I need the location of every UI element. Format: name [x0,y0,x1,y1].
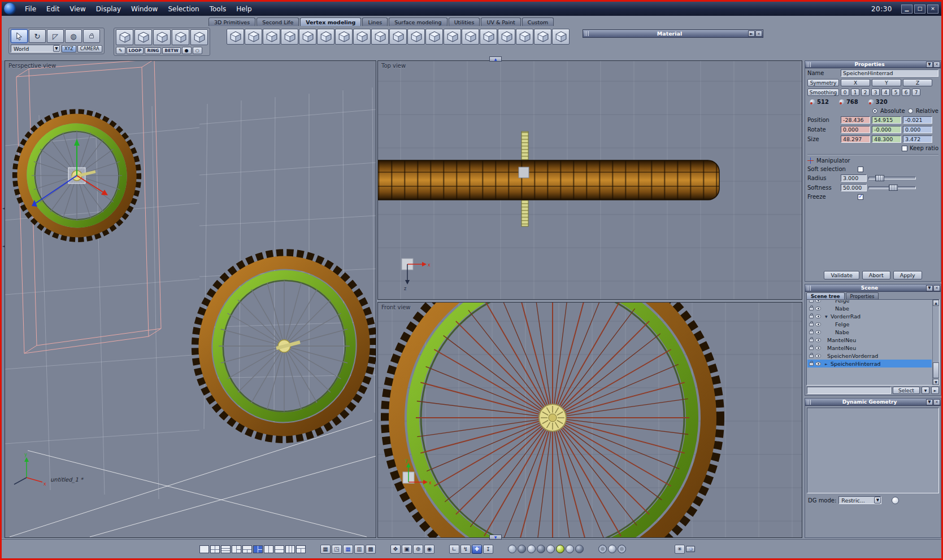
shading-ghost-icon[interactable] [566,545,574,553]
face-tool-icon[interactable] [153,29,171,45]
zoom-icon[interactable]: ⊕ [413,545,423,554]
element-tool-icon[interactable] [190,29,208,45]
layout-cols-icon[interactable] [285,545,295,553]
modeling-tool-icon[interactable] [498,29,515,45]
tab-vertex-modeling[interactable]: Vertex modeling [300,18,361,26]
keep-ratio-checkbox[interactable] [902,146,907,151]
layout-single-icon[interactable] [199,545,209,553]
eye-icon[interactable] [815,322,821,326]
tab-uv-paint[interactable]: UV & Paint [481,18,520,26]
tab-3d-primitives[interactable]: 3D Primitives [208,18,255,26]
modeling-tool-icon[interactable] [480,29,497,45]
eye-icon[interactable] [815,300,821,303]
select-button[interactable]: Select [893,387,920,394]
expand-arrow-icon[interactable]: ► [748,30,755,37]
scene-tree-item[interactable]: Nabe [807,328,932,336]
close-button[interactable]: × [927,5,938,14]
dense-grid-icon[interactable]: ▩ [366,545,376,554]
face-select-tool-button[interactable]: ◸ [47,29,64,43]
modeling-tool-icon[interactable] [281,29,298,45]
wheel-top-model[interactable] [378,132,719,226]
validate-button[interactable]: Validate [824,271,859,279]
drop-tool-icon[interactable]: ↧ [483,545,493,554]
modeling-tool-icon[interactable] [389,29,407,45]
modeling-tool-icon[interactable] [317,29,334,45]
drag-grip-icon[interactable] [807,400,811,405]
smoothing-level-button[interactable]: 4 [881,89,890,96]
dg-indicator-button[interactable] [892,497,899,504]
chevron-down-icon[interactable]: ▼ [53,45,60,52]
modeling-tool-icon[interactable] [534,29,551,45]
xyz-toggle-button[interactable]: XYZ [62,45,76,53]
wheel-front-model[interactable] [385,303,720,537]
scroll-down-icon[interactable]: ▼ [933,379,939,385]
rotate-z-input[interactable] [903,126,932,133]
frame-icon[interactable]: ▣ [402,545,412,554]
front-viewport[interactable]: Front view [377,302,802,538]
smoothing-level-button[interactable]: 0 [841,89,849,96]
menu-selection[interactable]: Selection [163,5,204,13]
absolute-radio[interactable] [872,108,877,113]
rotate-y-input[interactable] [872,126,901,133]
lock-icon[interactable] [809,339,814,342]
position-x-input[interactable] [841,116,870,124]
close-icon[interactable]: × [933,399,940,405]
tab-surface-modeling[interactable]: Surface modeling [389,18,447,26]
scene-tree-item-selected[interactable]: ►SpeichenHinterrad [807,360,932,368]
viewport-collapse-arrow-bottom[interactable]: ▼ [489,535,502,540]
rotate-view-tool-button[interactable]: ↻ [29,29,46,43]
close-icon[interactable]: × [933,62,940,68]
axis-z-button[interactable]: Z [903,79,932,86]
top-viewport[interactable]: Top view x z [377,60,802,300]
modeling-tool-icon[interactable] [245,29,262,45]
close-icon[interactable]: × [755,30,762,37]
abort-button[interactable]: Abort [862,271,890,279]
move-tool-icon[interactable]: ✚ [472,545,482,554]
lock-icon[interactable] [809,347,814,350]
radius-input[interactable] [841,174,867,182]
world-space-dropdown[interactable]: World ▼ [11,45,60,53]
tab-scene-tree[interactable]: Scene tree [806,292,845,299]
expander-icon[interactable]: ▼ [825,314,829,318]
expander-icon[interactable]: ► [825,362,829,366]
modeling-tool-icon[interactable] [227,29,244,45]
position-z-input[interactable] [903,116,932,124]
smoothing-level-button[interactable]: 7 [912,89,920,96]
chevron-down-icon[interactable]: ▼ [874,497,881,504]
minimize-button[interactable]: ▁ [901,5,912,14]
tab-utilities[interactable]: Utilities [449,18,480,26]
camera-toggle-button[interactable]: CAMERA [77,45,102,53]
drag-grip-icon[interactable] [807,62,811,67]
relative-radio[interactable] [908,108,913,113]
menu-view[interactable]: View [64,5,90,13]
axis-widget-icon[interactable]: ∟ [449,545,459,554]
scrollbar-thumb[interactable] [933,362,939,378]
softness-input[interactable] [841,184,867,191]
layout-mixed-icon[interactable] [296,545,306,553]
material-panel-titlebar[interactable]: Material ► × [583,29,763,38]
smoothing-level-button[interactable]: 2 [861,89,870,96]
symmetry-button[interactable]: Symmetry [807,79,839,86]
modeling-tool-icon[interactable] [407,29,425,45]
modeling-tool-icon[interactable] [371,29,389,45]
scene-tree-item[interactable]: SpeichenVorderrad [807,352,932,360]
layout-vsplit-icon[interactable] [264,545,273,553]
eye-icon[interactable] [815,330,821,334]
layout-active-icon[interactable] [253,545,263,553]
menu-help[interactable]: Help [231,5,257,13]
modeling-tool-icon[interactable] [353,29,371,45]
scene-tree-item[interactable]: Felge [807,300,932,304]
between-select-button[interactable]: BETW [162,47,180,54]
scene-tree-item[interactable]: Nabe [807,304,932,312]
scene-titlebar[interactable]: Scene ▼ × [805,285,941,292]
dynamic-geometry-titlebar[interactable]: Dynamic Geometry ▼ × [805,399,941,406]
tree-scrollbar[interactable]: ▲ ▼ [932,300,939,385]
soft-selection-checkbox[interactable] [858,167,863,172]
layout-hsplit-icon[interactable] [275,545,284,553]
shading-textured-icon[interactable] [546,545,555,553]
eye-icon[interactable]: ◉ [424,545,434,554]
lock-icon[interactable] [809,355,814,358]
grid-edit-icon[interactable]: ▦ [320,545,331,554]
smoothing-level-button[interactable]: 3 [871,89,880,96]
modeling-tool-icon[interactable] [263,29,280,45]
